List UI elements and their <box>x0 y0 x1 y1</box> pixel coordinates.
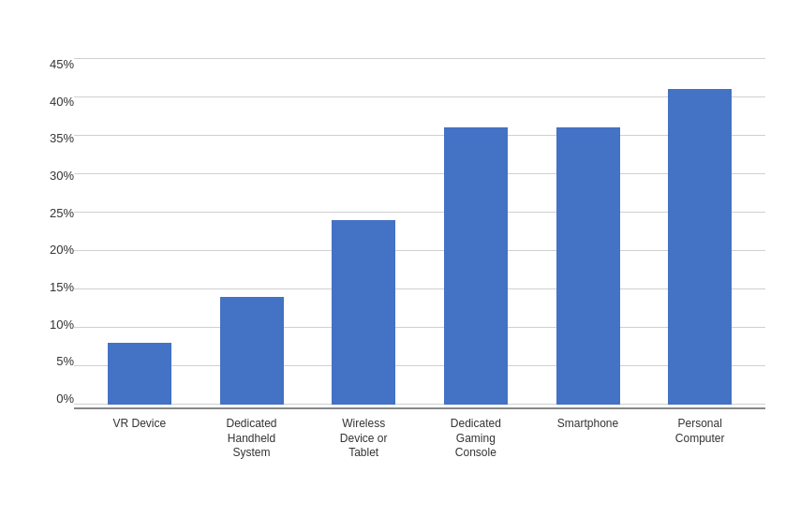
plot-area <box>74 58 765 407</box>
bars-wrapper <box>74 58 765 405</box>
y-axis-label: 10% <box>50 318 74 331</box>
bar-smartphone[interactable] <box>556 127 620 405</box>
y-axis: 0%5%10%15%20%25%30%35%40%45% <box>35 58 74 405</box>
x-axis-label: DedicatedGamingConsole <box>420 417 532 461</box>
y-axis-label: 5% <box>56 355 74 367</box>
bar-col <box>644 89 756 405</box>
bar-col <box>83 343 196 405</box>
bar-col <box>532 127 644 405</box>
chart-area: 0%5%10%15%20%25%30%35%40%45% VR DeviceDe… <box>35 58 765 461</box>
x-labels: VR DeviceDedicatedHandheldSystemWireless… <box>74 409 765 461</box>
bar-personal-computer[interactable] <box>668 89 732 405</box>
chart-container: 0%5%10%15%20%25%30%35%40%45% VR DeviceDe… <box>16 13 784 519</box>
y-axis-label: 35% <box>50 132 74 144</box>
x-axis-label: Smartphone <box>532 417 644 461</box>
bar-dedicated-gaming-console[interactable] <box>444 127 508 405</box>
y-axis-label: 30% <box>50 170 74 182</box>
chart-body: VR DeviceDedicatedHandheldSystemWireless… <box>74 58 765 461</box>
x-axis-label: VR Device <box>83 417 196 461</box>
y-axis-label: 40% <box>50 96 74 108</box>
x-axis-label: DedicatedHandheldSystem <box>196 417 308 461</box>
y-axis-label: 15% <box>50 281 74 293</box>
bar-col <box>196 297 308 405</box>
bar-wireless-device-or-tablet[interactable] <box>332 220 395 405</box>
y-axis-label: 25% <box>50 207 74 219</box>
y-axis-label: 20% <box>50 244 74 256</box>
x-axis-label: WirelessDevice orTablet <box>307 417 420 461</box>
bar-vr-device[interactable] <box>108 343 171 405</box>
x-axis-label: PersonalComputer <box>644 417 756 461</box>
bar-col <box>307 220 420 405</box>
y-axis-label: 0% <box>56 392 74 405</box>
bar-dedicated-handheld-system[interactable] <box>220 297 284 405</box>
y-axis-label: 45% <box>50 58 74 70</box>
bar-col <box>420 127 532 405</box>
